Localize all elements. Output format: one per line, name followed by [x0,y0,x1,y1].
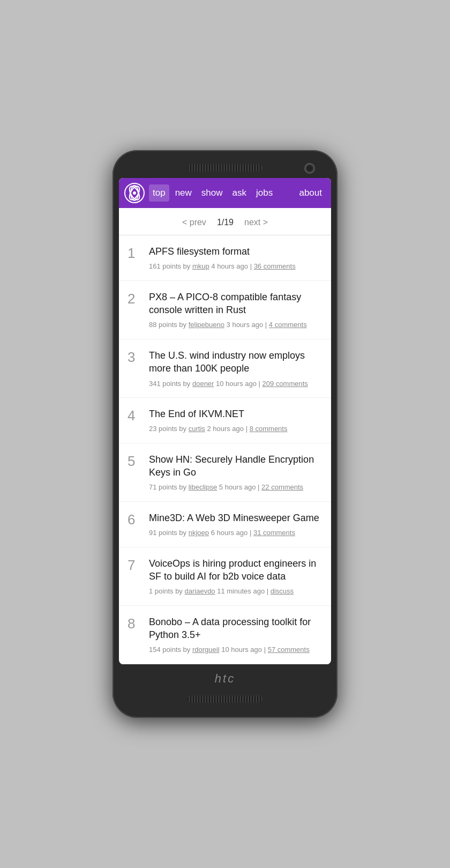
article-title[interactable]: PX8 – A PICO-8 compatible fantasy consol… [149,291,322,317]
news-item: 7VoiceOps is hiring product engineers in… [119,547,331,606]
article-number: 7 [128,557,141,574]
author-link[interactable]: doener [192,380,214,388]
author-link[interactable]: mkup [192,262,209,270]
article-meta: 23 points by curtis 2 hours ago | 8 comm… [149,424,322,434]
nav-about[interactable]: about [295,184,326,202]
nav-show[interactable]: show [198,184,227,202]
news-item: 3The U.S. wind industry now employs more… [119,339,331,398]
article-number: 6 [128,511,141,528]
news-item: 6Mine3D: A Web 3D Minesweeper Game91 poi… [119,502,331,547]
comments-link[interactable]: 57 comments [268,646,310,654]
pagination-bar: < prev 1/19 next > [119,208,331,235]
nav-bar: top new show ask jobs about [119,178,331,208]
article-title[interactable]: VoiceOps is hiring product engineers in … [149,557,322,583]
article-meta: 161 points by mkup 4 hours ago | 36 comm… [149,261,322,272]
article-content: Bonobo – A data processing toolkit for P… [149,615,322,655]
article-title[interactable]: Mine3D: A Web 3D Minesweeper Game [149,511,322,524]
nav-new[interactable]: new [171,184,196,202]
author-link[interactable]: felipebueno [189,321,224,329]
article-number: 1 [128,245,141,262]
news-item: 1APFS filesystem format161 points by mku… [119,235,331,281]
front-camera [304,163,315,174]
article-title[interactable]: Show HN: Securely Handle Encryption Keys… [149,453,322,479]
article-meta: 154 points by rdorgueil 10 hours ago | 5… [149,644,322,655]
app-logo [124,183,145,203]
article-number: 8 [128,615,141,632]
phone-top-bar [119,160,331,178]
bottom-speaker-grille [188,695,262,703]
page-indicator: 1/19 [217,218,234,227]
comments-link[interactable]: 36 comments [254,262,296,270]
article-meta: 341 points by doener 10 hours ago | 209 … [149,379,322,389]
news-item: 4The End of IKVM.NET23 points by curtis … [119,398,331,443]
article-meta: 71 points by libeclipse 5 hours ago | 22… [149,482,322,493]
article-number: 5 [128,453,141,470]
article-number: 4 [128,407,141,424]
phone-screen: top new show ask jobs about < prev 1/19 … [119,178,331,664]
article-content: PX8 – A PICO-8 compatible fantasy consol… [149,291,322,330]
article-meta: 1 points by dariaevdo 11 minutes ago | d… [149,586,322,597]
article-title[interactable]: Bonobo – A data processing toolkit for P… [149,615,322,642]
comments-link[interactable]: discuss [271,587,294,595]
author-link[interactable]: libeclipse [189,483,217,491]
article-content: APFS filesystem format161 points by mkup… [149,245,322,272]
article-meta: 91 points by nkjoep 6 hours ago | 31 com… [149,528,322,538]
news-item: 2PX8 – A PICO-8 compatible fantasy conso… [119,281,331,339]
article-content: Mine3D: A Web 3D Minesweeper Game91 poin… [149,511,322,538]
speaker-grille [188,164,262,172]
nav-links: top new show ask jobs [149,184,295,202]
comments-link[interactable]: 22 comments [261,483,303,491]
article-number: 3 [128,349,141,366]
news-item: 5Show HN: Securely Handle Encryption Key… [119,443,331,502]
article-title[interactable]: The End of IKVM.NET [149,407,322,420]
svg-point-4 [133,191,136,195]
phone-device: top new show ask jobs about < prev 1/19 … [112,150,338,718]
phone-bottom-bar: htc [119,664,331,691]
article-number: 2 [128,291,141,307]
author-link[interactable]: rdorgueil [192,646,220,654]
author-link[interactable]: dariaevdo [185,587,215,595]
article-title[interactable]: The U.S. wind industry now employs more … [149,349,322,375]
comments-link[interactable]: 4 comments [269,321,307,329]
comments-link[interactable]: 8 comments [250,425,288,433]
nav-jobs[interactable]: jobs [252,184,276,202]
nav-top[interactable]: top [149,184,169,202]
article-meta: 88 points by felipebueno 3 hours ago | 4… [149,320,322,330]
author-link[interactable]: curtis [189,425,205,433]
htc-logo: htc [215,672,235,686]
comments-link[interactable]: 209 comments [262,380,308,388]
next-page-button[interactable]: next > [244,218,268,227]
nav-ask[interactable]: ask [229,184,250,202]
article-title[interactable]: APFS filesystem format [149,245,322,258]
article-content: Show HN: Securely Handle Encryption Keys… [149,453,322,493]
author-link[interactable]: nkjoep [189,529,209,537]
article-content: VoiceOps is hiring product engineers in … [149,557,322,597]
article-content: The U.S. wind industry now employs more … [149,349,322,389]
article-content: The End of IKVM.NET23 points by curtis 2… [149,407,322,434]
comments-link[interactable]: 31 comments [253,529,295,537]
prev-page-button[interactable]: < prev [182,218,206,227]
news-list: 1APFS filesystem format161 points by mku… [119,235,331,664]
news-item: 8Bonobo – A data processing toolkit for … [119,606,331,664]
